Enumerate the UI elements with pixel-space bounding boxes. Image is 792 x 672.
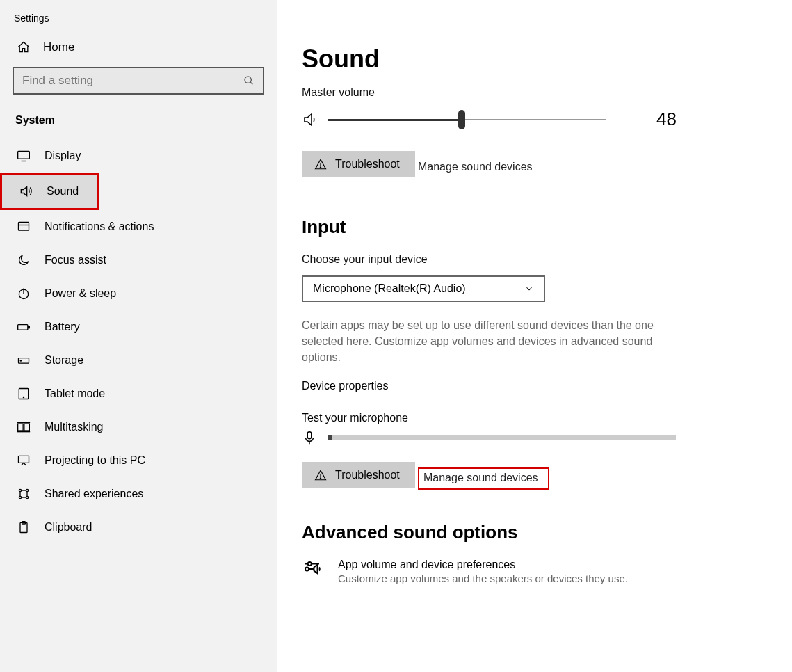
home-button[interactable]: Home (0, 33, 277, 61)
test-mic-label: Test your microphone (302, 412, 767, 424)
sidebar-item-projecting[interactable]: Projecting to this PC (0, 444, 277, 477)
sidebar-item-notifications[interactable]: Notifications & actions (0, 210, 277, 243)
search-wrap (13, 67, 264, 95)
sidebar-item-label: Projecting to this PC (45, 454, 145, 467)
sidebar-item-label: Power & sleep (45, 287, 116, 300)
svg-point-0 (245, 77, 251, 83)
manage-sound-devices-link-input[interactable]: Manage sound devices (423, 472, 538, 484)
mixer-icon (302, 559, 323, 579)
svg-point-36 (308, 562, 312, 566)
svg-rect-14 (18, 424, 24, 431)
input-device-dropdown[interactable]: Microphone (Realtek(R) Audio) (302, 275, 545, 302)
sidebar-item-label: Display (45, 150, 81, 162)
volume-slider[interactable] (328, 119, 606, 120)
svg-rect-8 (18, 325, 28, 330)
button-label: Troubleshoot (335, 469, 400, 481)
sidebar: Settings Home System Display Sound Notif… (0, 0, 277, 672)
sidebar-item-label: Tablet mode (45, 387, 105, 400)
page-title: Sound (302, 45, 767, 74)
warning-icon (314, 158, 327, 170)
projecting-icon (17, 454, 31, 467)
sidebar-item-focus-assist[interactable]: Focus assist (0, 243, 277, 277)
advanced-heading: Advanced sound options (302, 522, 767, 543)
manage-sound-devices-link[interactable]: Manage sound devices (418, 161, 533, 173)
warning-icon (314, 469, 327, 481)
search-input[interactable] (13, 67, 264, 95)
svg-point-34 (320, 477, 321, 478)
speaker-icon[interactable] (302, 111, 318, 128)
svg-point-22 (26, 496, 28, 498)
notification-icon (17, 220, 31, 234)
volume-value: 48 (656, 109, 767, 130)
master-volume-label: Master volume (302, 86, 767, 99)
moon-icon (17, 253, 31, 267)
choose-input-label: Choose your input device (302, 253, 767, 266)
troubleshoot-output-button[interactable]: Troubleshoot (302, 151, 415, 177)
svg-line-1 (250, 82, 252, 84)
app-title: Settings (0, 7, 277, 33)
sidebar-item-label: Notifications & actions (45, 221, 154, 233)
main-content: Sound Master volume 48 Troubleshoot Mana… (277, 0, 792, 672)
shared-icon (17, 487, 31, 501)
svg-point-11 (20, 360, 21, 361)
sidebar-item-shared-experiences[interactable]: Shared experiences (0, 477, 277, 511)
sidebar-item-multitasking[interactable]: Multitasking (0, 410, 277, 444)
svg-point-30 (320, 167, 321, 168)
monitor-icon (17, 149, 31, 163)
battery-icon (17, 320, 31, 334)
volume-row: 48 (302, 109, 767, 130)
adv-subtitle: Customize app volumes and the speakers o… (338, 573, 628, 584)
multitasking-icon (17, 420, 31, 434)
sidebar-item-label: Battery (45, 321, 80, 333)
dropdown-value: Microphone (Realtek(R) Audio) (313, 282, 466, 295)
adv-title: App volume and device preferences (338, 559, 628, 571)
svg-rect-2 (18, 151, 30, 159)
sidebar-item-battery[interactable]: Battery (0, 310, 277, 344)
sidebar-item-sound[interactable]: Sound (0, 173, 99, 210)
sidebar-item-label: Clipboard (45, 521, 92, 534)
sidebar-item-clipboard[interactable]: Clipboard (0, 511, 277, 544)
sidebar-item-tablet-mode[interactable]: Tablet mode (0, 377, 277, 410)
home-label: Home (43, 40, 74, 54)
input-help-text: Certain apps may be set up to use differ… (302, 317, 691, 366)
mic-level-bar (328, 435, 676, 440)
troubleshoot-input-button[interactable]: Troubleshoot (302, 462, 415, 488)
svg-point-38 (305, 567, 309, 570)
mic-test-row (302, 430, 767, 445)
sidebar-item-label: Sound (47, 185, 79, 198)
svg-rect-4 (19, 222, 29, 230)
clipboard-icon (17, 520, 31, 534)
manage-sound-devices-highlighted: Manage sound devices (418, 467, 549, 490)
sidebar-item-power-sleep[interactable]: Power & sleep (0, 277, 277, 310)
svg-rect-9 (29, 326, 30, 328)
chevron-down-icon (524, 284, 534, 294)
tablet-icon (17, 387, 31, 401)
storage-icon (17, 353, 31, 367)
sidebar-item-label: Storage (45, 354, 83, 367)
svg-point-19 (19, 489, 21, 491)
input-heading: Input (302, 216, 767, 238)
sidebar-item-label: Multitasking (45, 421, 103, 433)
search-icon (243, 75, 254, 86)
app-volume-preferences-row[interactable]: App volume and device preferences Custom… (302, 559, 767, 584)
sidebar-item-display[interactable]: Display (0, 139, 277, 173)
power-icon (17, 287, 31, 301)
speaker-icon (19, 184, 33, 198)
svg-point-20 (26, 489, 28, 491)
home-icon (17, 40, 31, 54)
device-properties-link[interactable]: Device properties (302, 380, 767, 392)
section-heading: System (0, 110, 277, 139)
svg-point-13 (23, 397, 24, 397)
sidebar-item-label: Shared experiences (45, 488, 143, 500)
sidebar-item-label: Focus assist (45, 254, 106, 266)
svg-rect-15 (24, 424, 30, 431)
sidebar-item-storage[interactable]: Storage (0, 344, 277, 377)
svg-rect-31 (307, 431, 312, 438)
svg-rect-18 (19, 456, 29, 463)
button-label: Troubleshoot (335, 158, 400, 170)
svg-point-21 (19, 496, 21, 498)
microphone-icon (302, 430, 317, 445)
